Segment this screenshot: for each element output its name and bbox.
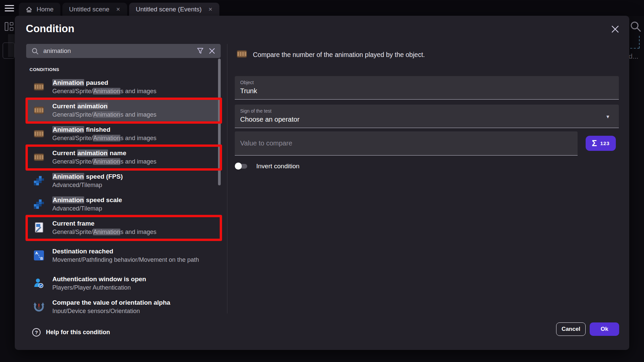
menu-icon[interactable]	[5, 5, 14, 11]
condition-dialog: Condition CONDITIONS Animation pausedGen…	[15, 16, 629, 350]
condition-list-item[interactable]: Animation speed (FPS)Advanced/Tilemap	[26, 169, 221, 192]
condition-list-item[interactable]: Animation speed scaleAdvanced/Tilemap	[26, 192, 221, 216]
condition-item-text: Animation speed scaleAdvanced/Tilemap	[52, 196, 122, 213]
sprite-animation-icon	[33, 152, 45, 163]
tab-untitled-scene-events-[interactable]: Untitled scene (Events)✕	[129, 3, 219, 16]
condition-item-text: Authentication window is openPlayers/Pla…	[52, 275, 146, 292]
sprite-animation-icon	[33, 105, 45, 116]
tab-home[interactable]: Home	[19, 3, 60, 16]
layout-grid-icon[interactable]	[5, 21, 14, 32]
condition-list-item[interactable]: ABDestination reachedMovement/Pathfindin…	[26, 239, 221, 272]
operator-select[interactable]: Sign of the test Choose an operator ▼	[235, 105, 619, 128]
invert-condition-toggle[interactable]	[235, 163, 248, 170]
list-section-header: CONDITIONS	[30, 67, 59, 72]
sprite-animation-icon	[33, 81, 45, 92]
condition-item-text: Animation pausedGeneral/Sprite/Animation…	[52, 78, 156, 96]
filter-icon[interactable]	[197, 47, 204, 55]
sprite-animation-icon	[33, 128, 45, 139]
tab-label: Home	[37, 6, 54, 13]
tilemap-icon	[33, 199, 45, 209]
pathfinding-icon: AB	[33, 250, 45, 261]
condition-description: Compare the number of the animation play…	[253, 51, 425, 59]
condition-list-item[interactable]: Animation finishedGeneral/Sprite/Animati…	[26, 122, 221, 145]
sigma-icon: Σ	[592, 138, 597, 148]
tab-close-icon[interactable]: ✕	[208, 6, 213, 12]
condition-item-text: Animation speed (FPS)Advanced/Tilemap	[52, 172, 123, 189]
tab-bar: HomeUntitled scene✕Untitled scene (Event…	[0, 0, 644, 16]
tab-label: Untitled scene	[69, 6, 109, 13]
condition-list-item[interactable]: Current animationGeneral/Sprite/Animatio…	[26, 99, 221, 122]
selection-dashed-border	[630, 48, 639, 49]
condition-list-item[interactable]: Animation pausedGeneral/Sprite/Animation…	[26, 75, 221, 99]
player-auth-icon	[33, 278, 45, 289]
close-icon[interactable]	[608, 22, 623, 37]
chevron-down-icon[interactable]: ▼	[605, 114, 610, 119]
tab-label: Untitled scene (Events)	[136, 6, 202, 13]
svg-text:B: B	[40, 256, 43, 260]
help-icon: ?	[32, 328, 41, 337]
home-icon	[25, 6, 33, 13]
tab-untitled-scene[interactable]: Untitled scene✕	[62, 3, 127, 16]
search-icon[interactable]	[630, 20, 642, 34]
svg-text:A: A	[35, 251, 38, 255]
clear-search-icon[interactable]	[209, 48, 215, 54]
value-input[interactable]	[240, 139, 572, 147]
panel-divider	[227, 44, 227, 313]
condition-item-text: Current animationGeneral/Sprite/Animatio…	[52, 102, 156, 119]
background-button-partial	[3, 43, 15, 59]
tab-close-icon[interactable]: ✕	[116, 6, 120, 12]
ok-button[interactable]: Ok	[590, 322, 619, 336]
condition-item-text: Current frameGeneral/Sprite/Animations a…	[52, 219, 156, 236]
help-link[interactable]: ? Help for this condition	[32, 328, 110, 337]
orientation-icon	[33, 301, 45, 312]
condition-item-text: Destination reachedMovement/Pathfinding …	[52, 247, 199, 264]
tilemap-icon	[33, 175, 45, 186]
operator-select-label: Sign of the test	[240, 108, 613, 114]
object-field[interactable]: Object Trunk	[235, 76, 619, 100]
operator-select-value: Choose an operator	[240, 116, 613, 123]
screen: HomeUntitled scene✕Untitled scene (Event…	[0, 0, 644, 362]
condition-description-row: Compare the number of the animation play…	[236, 49, 425, 61]
invert-condition-row: Invert condition	[235, 163, 300, 170]
object-field-value: Trunk	[240, 87, 613, 95]
sprite-animation-icon	[236, 49, 248, 61]
condition-item-text: Compare the value of orientation alphaIn…	[52, 298, 170, 314]
frame-icon	[33, 222, 45, 233]
selection-dashed-border	[639, 36, 640, 48]
cancel-button[interactable]: Cancel	[556, 322, 586, 336]
condition-list-item[interactable]: Authentication window is openPlayers/Pla…	[26, 272, 221, 295]
expression-builder-button[interactable]: Σ 123	[586, 136, 616, 151]
condition-item-text: Current animation nameGeneral/Sprite/Ani…	[52, 149, 156, 166]
numbers-icon: 123	[600, 140, 609, 146]
conditions-list: Animation pausedGeneral/Sprite/Animation…	[26, 75, 221, 313]
condition-list-item[interactable]: Current frameGeneral/Sprite/Animations a…	[26, 216, 221, 239]
condition-item-text: Animation finishedGeneral/Sprite/Animati…	[52, 125, 156, 142]
scrollbar-thumb[interactable]	[218, 59, 221, 185]
condition-list-item[interactable]: Current animation nameGeneral/Sprite/Ani…	[26, 145, 221, 169]
value-field[interactable]	[235, 131, 578, 156]
invert-condition-label: Invert condition	[256, 163, 300, 170]
help-label: Help for this condition	[46, 329, 110, 336]
truncated-text: d...	[629, 52, 638, 60]
condition-list-item[interactable]: Compare the value of orientation alphaIn…	[26, 295, 221, 313]
dialog-title: Condition	[26, 23, 74, 35]
search-bar[interactable]	[26, 44, 221, 58]
search-input[interactable]	[43, 47, 192, 55]
object-field-label: Object	[240, 80, 613, 85]
search-icon	[32, 48, 39, 55]
